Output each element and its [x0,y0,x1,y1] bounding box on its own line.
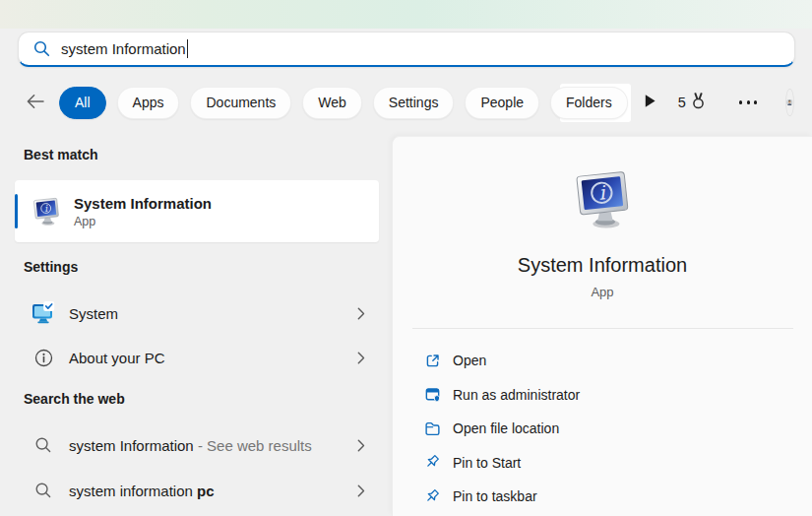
result-system-settings[interactable]: System [15,291,379,335]
action-run-as-administrator[interactable]: Run as administrator [393,378,812,413]
rewards-button[interactable]: 5 [678,92,707,114]
chevron-right-icon [357,484,365,497]
filter-tab-people[interactable]: People [465,87,539,119]
chevron-right-icon [357,352,365,364]
filter-tab-folders[interactable]: Folders [550,87,628,119]
chevron-right-icon [357,439,365,452]
admin-window-shield-icon [424,386,441,403]
user-avatar[interactable] [786,90,793,115]
text-caret [187,39,188,58]
search-icon [32,39,51,58]
arrow-left-icon [26,94,45,112]
detail-app-title: System Information [393,254,812,277]
filter-tab-all[interactable]: All [59,87,106,119]
action-label: Run as administrator [453,387,580,403]
filter-bar: All Apps Documents Web Settings People F… [26,86,793,119]
web-search-icon [31,436,56,454]
msinfo-app-icon-large: i [572,169,633,234]
web-suggestion-text: system Information - See web results [69,437,312,454]
medal-icon [690,92,707,114]
user-photo-icon [786,90,793,115]
result-label: About your PC [69,350,165,366]
search-query-text: system Information [61,40,186,57]
filter-tab-documents[interactable]: Documents [190,87,291,119]
search-the-web-heading: Search the web [24,391,125,407]
result-label: System [69,305,118,322]
action-open[interactable]: Open [393,344,812,378]
play-icon [644,94,656,111]
pushpin-icon [424,454,441,471]
action-list: Open Run as administrator Open file loca… [393,344,812,514]
detail-panel: i System Information App Open Run as adm… [392,136,812,516]
best-match-heading: Best match [24,147,97,162]
action-pin-to-start[interactable]: Pin to Start [393,446,812,481]
action-label: Open file location [453,420,559,436]
info-circle-icon [31,349,56,367]
best-match-subtitle: App [74,215,212,228]
filter-tab-web[interactable]: Web [302,87,362,119]
filter-tab-settings[interactable]: Settings [373,87,455,119]
filter-tab-apps[interactable]: Apps [117,87,180,119]
open-external-icon [424,353,441,369]
web-search-icon [31,482,56,499]
folder-icon [424,420,441,437]
detail-app-subtitle: App [393,285,812,299]
best-match-title: System Information [74,195,212,212]
chevron-right-icon [357,307,365,320]
action-open-file-location[interactable]: Open file location [393,412,812,446]
action-pin-to-taskbar[interactable]: Pin to taskbar [393,480,812,514]
settings-heading: Settings [24,259,78,275]
more-filters-button[interactable] [644,94,656,111]
action-label: Pin to taskbar [453,488,537,504]
selection-accent-bar [15,194,18,228]
web-suggestion-text: system information pc [69,483,215,499]
result-about-your-pc[interactable]: About your PC [15,336,379,379]
desktop-wallpaper-strip [0,0,812,29]
msinfo-app-icon: i [31,197,61,226]
back-button[interactable] [26,94,45,112]
divider [412,328,793,329]
pushpin-icon [424,488,441,505]
rewards-points: 5 [678,95,686,110]
action-label: Pin to Start [453,455,521,471]
action-label: Open [453,353,486,368]
more-options-button[interactable] [737,100,760,103]
search-input[interactable]: system Information [18,32,795,67]
web-suggestion-row[interactable]: system information pc [15,469,379,512]
system-monitor-icon [31,300,56,326]
ellipsis-icon [737,100,760,103]
best-match-result[interactable]: i System Information App [15,180,379,242]
web-suggestion-row[interactable]: system Information - See web results [15,423,379,467]
